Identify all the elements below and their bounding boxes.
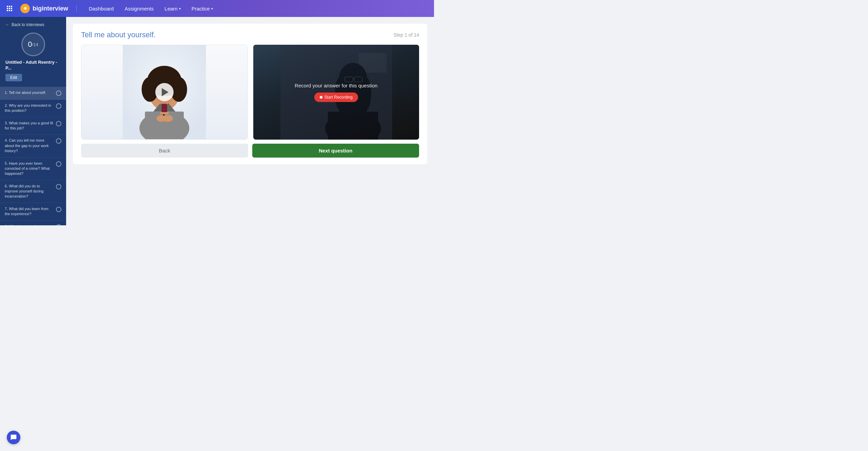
logo-text: biginterview [33, 5, 68, 12]
navbar: ☀ biginterview Dashboard Assignments Lea… [0, 0, 434, 17]
learn-chevron-icon: ▾ [179, 7, 181, 11]
bottom-bar: Back Next question [81, 144, 419, 158]
nav-dashboard[interactable]: Dashboard [85, 4, 118, 14]
question-radio-1 [56, 90, 61, 96]
question-text-5: 5. Have you ever been convicted of a cri… [5, 161, 53, 177]
grid-icon[interactable] [7, 6, 12, 11]
question-item-2[interactable]: 2. Why are you interested in this positi… [0, 100, 66, 117]
back-video-button[interactable]: Back [81, 144, 248, 158]
question-radio-5 [56, 161, 61, 167]
question-item-6[interactable]: 6. What did you do to improve yourself d… [0, 180, 66, 203]
content-area: Tell me about yourself. Step 1 of 14 [66, 17, 434, 225]
question-text-6: 6. What did you do to improve yourself d… [5, 184, 53, 199]
recording-video: Record your answer for this question Sta… [253, 45, 419, 140]
question-item-3[interactable]: 3. What makes you a good fit for this jo… [0, 117, 66, 135]
start-recording-button[interactable]: Start Recording [314, 93, 358, 102]
question-text-3: 3. What makes you a good fit for this jo… [5, 121, 53, 131]
nav-assignments[interactable]: Assignments [120, 4, 158, 14]
question-radio-6 [56, 184, 61, 189]
question-text-8: 8. What have you been doing to prepare f… [5, 224, 53, 225]
nav-divider [76, 5, 77, 12]
back-to-interviews-link[interactable]: ← Back to interviews [5, 22, 61, 27]
question-text-2: 2. Why are you interested in this positi… [5, 103, 53, 114]
interview-title: Untitled - Adult Reentry - P... [5, 60, 61, 71]
edit-button[interactable]: Edit [5, 74, 22, 81]
question-list: 1. Tell me about yourself. 2. Why are yo… [0, 87, 66, 225]
question-radio-3 [56, 121, 61, 126]
nav-practice[interactable]: Practice ▾ [188, 4, 217, 14]
question-radio-4 [56, 138, 61, 144]
question-text-4: 4. Can you tell me more about the gap in… [5, 138, 53, 153]
question-item-5[interactable]: 5. Have you ever been convicted of a cri… [0, 158, 66, 180]
question-text-1: 1. Tell me about yourself. [5, 90, 53, 95]
progress-current: 0 [28, 40, 32, 49]
nav-learn[interactable]: Learn ▾ [160, 4, 184, 14]
practice-chevron-icon: ▾ [211, 7, 213, 11]
sidebar: ← Back to interviews 0 /14 Untitled - Ad… [0, 17, 66, 225]
play-overlay [81, 45, 248, 139]
question-card: Tell me about yourself. Step 1 of 14 [73, 24, 427, 164]
videos-row: Record your answer for this question Sta… [81, 45, 419, 140]
question-radio-7 [56, 207, 61, 212]
next-question-button[interactable]: Next question [252, 144, 419, 158]
progress-circle: 0 /14 [21, 33, 45, 56]
progress-circle-container: 0 /14 [5, 33, 61, 56]
question-text-7: 7. What did you learn from the experienc… [5, 206, 53, 217]
logo-icon: ☀ [20, 4, 30, 13]
question-item-7[interactable]: 7. What did you learn from the experienc… [0, 203, 66, 221]
back-arrow-icon: ← [5, 22, 9, 27]
question-item-4[interactable]: 4. Can you tell me more about the gap in… [0, 135, 66, 157]
play-button[interactable] [155, 83, 174, 101]
app-logo: ☀ biginterview [20, 4, 68, 13]
question-radio-2 [56, 103, 61, 109]
sidebar-header: ← Back to interviews 0 /14 Untitled - Ad… [0, 17, 66, 87]
question-item-1[interactable]: 1. Tell me about yourself. [0, 87, 66, 100]
question-item-8[interactable]: 8. What have you been doing to prepare f… [0, 221, 66, 225]
question-radio-8 [56, 224, 61, 225]
progress-denom: /14 [32, 42, 38, 47]
step-indicator: Step 1 of 14 [393, 32, 419, 38]
svg-rect-27 [328, 112, 378, 140]
question-title: Tell me about yourself. [81, 30, 156, 39]
record-answer-text: Record your answer for this question [295, 83, 377, 88]
main-layout: ← Back to interviews 0 /14 Untitled - Ad… [0, 17, 434, 225]
rec-dot-icon [320, 96, 322, 99]
question-header: Tell me about yourself. Step 1 of 14 [81, 30, 419, 39]
recording-content: Record your answer for this question Sta… [253, 45, 419, 140]
nav-links: Dashboard Assignments Learn ▾ Practice ▾ [85, 4, 217, 14]
interviewer-video[interactable] [81, 45, 248, 140]
